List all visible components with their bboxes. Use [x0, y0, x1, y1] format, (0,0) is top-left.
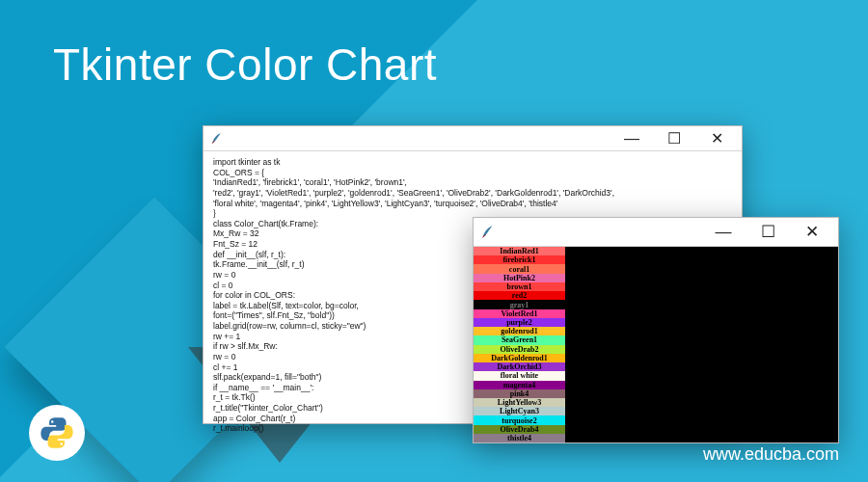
color-swatch: red2 [474, 291, 565, 300]
color-swatch: floral white [474, 371, 565, 380]
color-swatch: OliveDrab2 [474, 345, 565, 354]
chart-body: IndianRed1firebrick1coral1HotPink2brown1… [474, 247, 838, 442]
color-swatch: gray1 [474, 300, 565, 308]
page-title: Tkinter Color Chart [53, 39, 437, 91]
color-swatch: LightYellow3 [474, 398, 565, 407]
chart-window: — ☐ ✕ IndianRed1firebrick1coral1HotPink2… [473, 217, 839, 443]
chart-empty-area [565, 247, 838, 442]
color-swatch: DarkGoldenrod1 [474, 354, 565, 362]
close-button[interactable]: ✕ [790, 219, 834, 246]
color-swatch: SeaGreen1 [474, 335, 565, 344]
color-swatch: turquoise2 [474, 415, 565, 424]
chart-window-titlebar[interactable]: — ☐ ✕ [474, 218, 838, 247]
color-swatch: VioletRed1 [474, 309, 565, 318]
tk-feather-icon [479, 225, 495, 240]
color-swatch: goldenrod1 [474, 327, 565, 335]
color-swatch: thistle4 [474, 434, 565, 442]
watermark: www.educba.com [703, 444, 839, 465]
color-swatch: OliveDrab4 [474, 425, 565, 434]
python-logo-icon [39, 415, 75, 451]
minimize-button[interactable]: — [701, 219, 746, 246]
maximize-button[interactable]: ☐ [746, 219, 790, 246]
color-swatch: coral1 [474, 264, 565, 273]
minimize-button[interactable]: — [610, 127, 653, 150]
color-swatch: magenta4 [474, 381, 565, 389]
color-swatch: brown1 [474, 282, 565, 291]
color-swatch-column: IndianRed1firebrick1coral1HotPink2brown1… [474, 247, 565, 442]
tk-feather-icon [209, 132, 223, 146]
color-swatch: DarkOrchid3 [474, 362, 565, 371]
code-window-titlebar[interactable]: — ☐ ✕ [203, 126, 742, 151]
color-swatch: pink4 [474, 389, 565, 398]
python-logo [29, 405, 85, 461]
maximize-button[interactable]: ☐ [653, 127, 695, 150]
color-swatch: LightCyan3 [474, 407, 565, 415]
close-button[interactable]: ✕ [695, 127, 738, 150]
color-swatch: purple2 [474, 318, 565, 327]
color-swatch: firebrick1 [474, 255, 565, 264]
color-swatch: HotPink2 [474, 274, 565, 282]
color-swatch: IndianRed1 [474, 247, 565, 255]
